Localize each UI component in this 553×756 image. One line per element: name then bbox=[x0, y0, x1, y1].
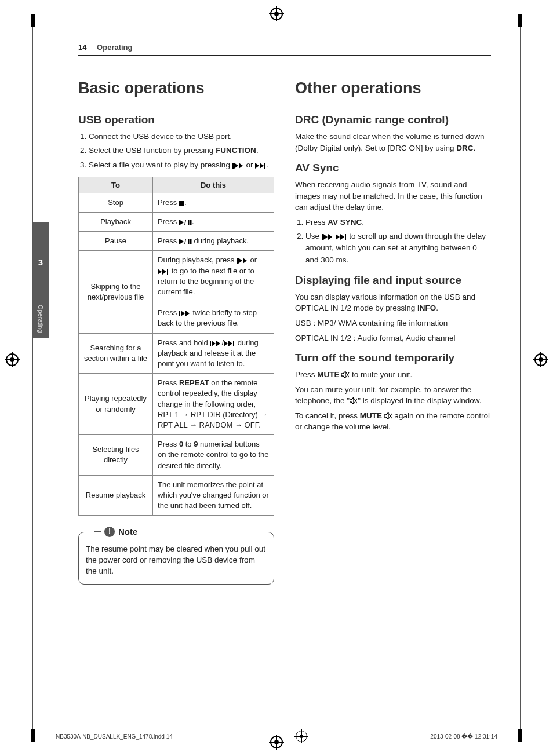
running-header: 14 Operating bbox=[78, 43, 491, 56]
svg-rect-29 bbox=[233, 341, 234, 346]
mute-icon bbox=[384, 412, 392, 419]
table-row: Pause Press / during playback. bbox=[79, 232, 274, 251]
prev-track-icon bbox=[179, 311, 191, 316]
note-label: ! Note bbox=[89, 525, 142, 538]
left-column: Basic operations USB operation Connect t… bbox=[78, 79, 274, 585]
table-row: Resume playback The unit memorizes the p… bbox=[79, 475, 274, 516]
svg-marker-28 bbox=[228, 341, 232, 346]
svg-marker-17 bbox=[243, 258, 247, 264]
svg-marker-11 bbox=[179, 239, 184, 244]
crop-tick bbox=[518, 729, 522, 742]
av-sync-body: When receiving audio signals from TV, so… bbox=[295, 179, 491, 213]
play-pause-icon: / bbox=[179, 239, 192, 244]
page-number: 14 bbox=[78, 43, 86, 52]
svg-rect-35 bbox=[345, 234, 346, 240]
svg-marker-26 bbox=[216, 341, 220, 346]
prev-track-icon bbox=[237, 258, 248, 264]
display-body-3: OPTICAL IN 1/2 : Audio format, Audio cha… bbox=[295, 333, 491, 344]
prev-track-icon bbox=[232, 163, 244, 169]
registration-mark-left bbox=[6, 353, 19, 366]
svg-marker-31 bbox=[323, 234, 328, 240]
step-item: Select the USB function by pressing FUNC… bbox=[89, 145, 274, 156]
footer-timestamp: 2013-02-08 �� 12:31:14 bbox=[430, 733, 497, 740]
mute-icon bbox=[350, 397, 358, 404]
table-row: Selecting files directly Press 0 to 9 nu… bbox=[79, 435, 274, 476]
th-to: To bbox=[79, 177, 153, 193]
play-pause-icon: / bbox=[179, 220, 192, 225]
svg-rect-15 bbox=[237, 258, 238, 264]
display-body-1: You can display various information on t… bbox=[295, 291, 491, 314]
mute-body-2: You can mute your unit, for example, to … bbox=[295, 384, 491, 407]
prev-track-icon bbox=[210, 341, 221, 346]
svg-rect-13 bbox=[188, 239, 190, 244]
drc-body: Make the sound clear when the volume is … bbox=[295, 131, 491, 154]
operations-table: To Do this Stop Press . Playback Press /… bbox=[78, 177, 274, 516]
svg-marker-34 bbox=[340, 234, 344, 240]
table-row: Playback Press /. bbox=[79, 212, 274, 231]
table-row: Stop Press . bbox=[79, 193, 274, 212]
step-item: Use to scroll up and down through the de… bbox=[305, 231, 491, 266]
svg-marker-36 bbox=[341, 371, 345, 378]
av-sync-steps: Press AV SYNC. Use to scroll up and down… bbox=[295, 217, 491, 266]
usb-steps-list: Connect the USB device to the USB port. … bbox=[78, 131, 274, 171]
svg-rect-24 bbox=[210, 341, 211, 346]
right-column: Other operations DRC (Dynamic range cont… bbox=[295, 79, 491, 585]
svg-marker-3 bbox=[255, 163, 259, 169]
prev-track-icon bbox=[322, 234, 333, 240]
heading-drc: DRC (Dynamic range control) bbox=[295, 114, 491, 126]
table-row: Playing repeatedly or randomly Press REP… bbox=[79, 374, 274, 435]
svg-text:/: / bbox=[184, 220, 186, 225]
step-item: Select a file you want to play by pressi… bbox=[89, 159, 274, 171]
svg-rect-21 bbox=[179, 311, 180, 316]
svg-marker-19 bbox=[162, 269, 166, 275]
svg-marker-22 bbox=[181, 311, 185, 316]
next-track-icon bbox=[336, 234, 347, 240]
svg-marker-1 bbox=[234, 163, 238, 169]
heading-other-operations: Other operations bbox=[295, 79, 491, 97]
svg-rect-30 bbox=[322, 234, 323, 240]
registration-mark-top bbox=[270, 8, 283, 20]
svg-marker-33 bbox=[336, 234, 340, 240]
svg-rect-14 bbox=[190, 239, 192, 244]
th-do-this: Do this bbox=[153, 177, 274, 193]
heading-basic-operations: Basic operations bbox=[78, 79, 274, 97]
svg-marker-32 bbox=[328, 234, 332, 240]
footer-filename: NB3530A-NB_DUSALLK_ENG_1478.indd 14 bbox=[56, 733, 173, 740]
table-row: Skipping to the next/previous file Durin… bbox=[79, 251, 274, 333]
table-row: Searching for a section within a file Pr… bbox=[79, 333, 274, 374]
svg-rect-20 bbox=[167, 269, 168, 275]
note-icon: ! bbox=[104, 527, 115, 537]
svg-rect-10 bbox=[190, 220, 192, 225]
page-footer: NB3530A-NB_DUSALLK_ENG_1478.indd 14 2013… bbox=[56, 731, 497, 742]
svg-text:/: / bbox=[184, 239, 186, 244]
registration-mark-right bbox=[534, 353, 547, 366]
step-item: Press AV SYNC. bbox=[305, 217, 491, 228]
svg-marker-25 bbox=[212, 341, 216, 346]
svg-rect-5 bbox=[264, 163, 265, 169]
step-item: Connect the USB device to the USB port. bbox=[89, 131, 274, 143]
svg-rect-6 bbox=[179, 201, 184, 206]
registration-mark-footer bbox=[296, 731, 307, 742]
svg-marker-4 bbox=[260, 163, 264, 169]
crop-tick bbox=[31, 729, 35, 742]
mute-icon bbox=[341, 371, 350, 378]
page-container: 14 Operating Basic operations USB operat… bbox=[32, 14, 521, 742]
note-text: The resume point may be cleared when you… bbox=[86, 545, 265, 575]
svg-rect-9 bbox=[188, 220, 190, 225]
note-box: ! Note The resume point may be cleared w… bbox=[78, 532, 274, 585]
svg-marker-42 bbox=[384, 412, 388, 419]
mute-body-3: To cancel it, press MUTE again on the re… bbox=[295, 410, 491, 433]
display-body-2: USB : MP3/ WMA containing file informati… bbox=[295, 317, 491, 329]
next-track-icon bbox=[224, 341, 235, 346]
mute-body-1: Press MUTE to mute your unit. bbox=[295, 369, 491, 381]
heading-usb-operation: USB operation bbox=[78, 114, 274, 126]
section-name: Operating bbox=[97, 43, 132, 52]
next-track-icon bbox=[158, 269, 169, 275]
svg-marker-18 bbox=[158, 269, 162, 275]
heading-av-sync: AV Sync bbox=[295, 162, 491, 174]
svg-marker-7 bbox=[179, 220, 184, 225]
stop-icon bbox=[179, 201, 184, 206]
heading-display-file: Displaying file and input source bbox=[295, 274, 491, 287]
svg-marker-39 bbox=[350, 397, 354, 404]
svg-marker-2 bbox=[239, 163, 243, 169]
